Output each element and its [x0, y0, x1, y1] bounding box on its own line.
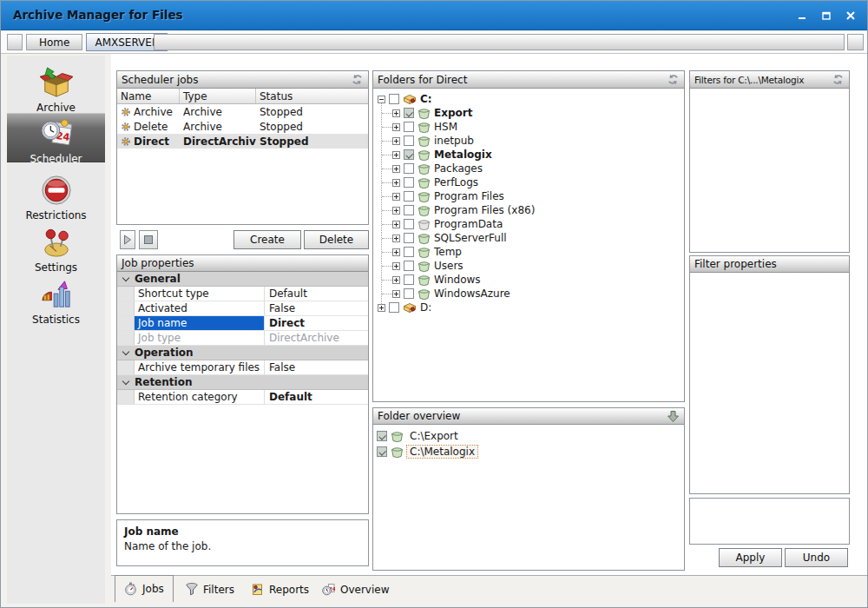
expand-plus-icon[interactable]: [392, 207, 400, 215]
job-row[interactable]: Direct DirectArchive Stopped: [117, 134, 368, 149]
folder-checkbox[interactable]: [404, 205, 414, 215]
job-row[interactable]: Archive Archive Stopped: [117, 104, 368, 119]
property-row[interactable]: Job name Direct: [117, 316, 368, 331]
expand-plus-icon[interactable]: [392, 290, 400, 298]
top-tab[interactable]: Home: [26, 34, 82, 50]
expand-plus-icon[interactable]: [392, 221, 400, 228]
folder-checkbox[interactable]: [404, 135, 414, 146]
property-row[interactable]: Archive temporary files False: [117, 360, 368, 375]
folder-checkbox[interactable]: [404, 122, 414, 132]
undo-button[interactable]: Undo: [785, 548, 848, 567]
tree-item[interactable]: Packages: [373, 162, 684, 175]
tab-strip-right-button[interactable]: [847, 34, 864, 50]
property-group-row[interactable]: General: [117, 272, 368, 287]
job-name: Delete: [134, 121, 168, 133]
tree-item[interactable]: Metalogix: [373, 148, 684, 162]
folder-checkbox[interactable]: [404, 233, 414, 243]
property-value[interactable]: DirectArchive: [265, 331, 368, 345]
create-button[interactable]: Create: [233, 230, 301, 249]
window-control-button[interactable]: [792, 8, 812, 23]
refresh-icon[interactable]: [832, 74, 845, 85]
sidebar-item[interactable]: Settings: [7, 222, 105, 273]
window-control-button[interactable]: [817, 8, 836, 23]
tree-item[interactable]: PerfLogs: [373, 175, 684, 189]
sidebar-item[interactable]: Statistics: [7, 274, 105, 325]
property-row[interactable]: Shortcut type Default: [117, 287, 368, 301]
folder-checkbox[interactable]: [404, 247, 414, 257]
expand-plus-icon[interactable]: [392, 276, 400, 284]
run-job-button[interactable]: [120, 230, 135, 249]
overview-item[interactable]: C:\Export: [373, 428, 684, 444]
property-value[interactable]: False: [265, 360, 368, 374]
bottom-tab[interactable]: 24 Overview: [313, 576, 398, 603]
sidebar-item[interactable]: 24 Scheduler: [7, 113, 105, 162]
sidebar-item[interactable]: Archive: [7, 63, 105, 113]
property-value[interactable]: False: [265, 301, 368, 315]
folder-checkbox[interactable]: [404, 177, 414, 188]
bottom-tab[interactable]: Filters: [177, 576, 243, 603]
expand-plus-icon[interactable]: [392, 193, 400, 201]
expand-plus-icon[interactable]: [392, 248, 400, 256]
folder-checkbox[interactable]: [404, 261, 414, 271]
property-value[interactable]: Default: [265, 390, 368, 404]
tab-strip-left-button[interactable]: [7, 34, 23, 50]
bottom-tab[interactable]: Reports: [242, 576, 318, 603]
tree-item[interactable]: SQLServerFull: [373, 231, 684, 245]
folder-icon: [418, 260, 431, 273]
folder-checkbox[interactable]: [389, 94, 399, 104]
expand-plus-icon[interactable]: [392, 109, 400, 117]
folder-checkbox[interactable]: [404, 163, 414, 174]
expand-plus-icon[interactable]: [392, 151, 400, 159]
tree-item[interactable]: ProgramData: [373, 217, 684, 231]
expand-plus-icon[interactable]: [378, 304, 385, 312]
overview-checkbox[interactable]: [377, 446, 387, 457]
expand-plus-icon[interactable]: [392, 262, 400, 270]
property-value[interactable]: Direct: [265, 316, 368, 330]
folder-checkbox[interactable]: [404, 219, 414, 229]
tree-item[interactable]: HSM: [373, 120, 684, 134]
folder-checkbox[interactable]: [404, 191, 414, 202]
bottom-tab[interactable]: Jobs: [115, 575, 174, 602]
tree-item[interactable]: Windows: [373, 273, 684, 287]
move-down-arrow-icon[interactable]: [667, 410, 680, 423]
property-row[interactable]: Retention category Default: [117, 390, 368, 405]
property-value[interactable]: Default: [265, 287, 368, 301]
jobs-column-header[interactable]: Name: [117, 89, 180, 103]
apply-button[interactable]: Apply: [719, 548, 782, 567]
sidebar-item[interactable]: Restrictions: [7, 170, 105, 221]
property-row[interactable]: Activated False: [117, 301, 368, 316]
expand-plus-icon[interactable]: [392, 137, 400, 145]
tree-item[interactable]: Program Files: [373, 189, 684, 203]
expand-plus-icon[interactable]: [392, 179, 400, 187]
collapse-minus-icon[interactable]: [378, 96, 385, 103]
expand-plus-icon[interactable]: [392, 165, 400, 173]
refresh-icon[interactable]: [351, 74, 364, 85]
tree-item[interactable]: C:: [373, 92, 684, 106]
folder-checkbox[interactable]: [404, 288, 414, 299]
tree-item[interactable]: WindowsAzure: [373, 287, 684, 301]
job-row[interactable]: Delete Archive Stopped: [117, 119, 368, 134]
property-group-row[interactable]: Retention: [117, 375, 368, 390]
property-group-row[interactable]: Operation: [117, 346, 368, 360]
overview-item[interactable]: C:\Metalogix: [373, 444, 684, 459]
delete-button[interactable]: Delete: [304, 230, 369, 249]
folder-checkbox[interactable]: [404, 108, 414, 118]
expand-plus-icon[interactable]: [392, 235, 400, 242]
folder-checkbox[interactable]: [404, 274, 414, 285]
tree-item[interactable]: Export: [373, 106, 684, 120]
tree-item[interactable]: D:: [373, 301, 684, 314]
tree-item[interactable]: Program Files (x86): [373, 203, 684, 217]
jobs-column-header[interactable]: Status: [256, 89, 368, 103]
folder-checkbox[interactable]: [404, 149, 414, 160]
expand-plus-icon[interactable]: [392, 123, 400, 131]
tree-item[interactable]: inetpub: [373, 134, 684, 148]
tree-item[interactable]: Temp: [373, 245, 684, 259]
jobs-column-header[interactable]: Type: [180, 89, 256, 103]
stop-job-button[interactable]: [139, 230, 158, 249]
overview-checkbox[interactable]: [377, 431, 387, 441]
tree-item[interactable]: Users: [373, 259, 684, 273]
refresh-icon[interactable]: [667, 74, 680, 85]
property-row[interactable]: Job type DirectArchive: [117, 331, 368, 346]
folder-checkbox[interactable]: [389, 302, 399, 313]
window-control-button[interactable]: [841, 8, 860, 23]
